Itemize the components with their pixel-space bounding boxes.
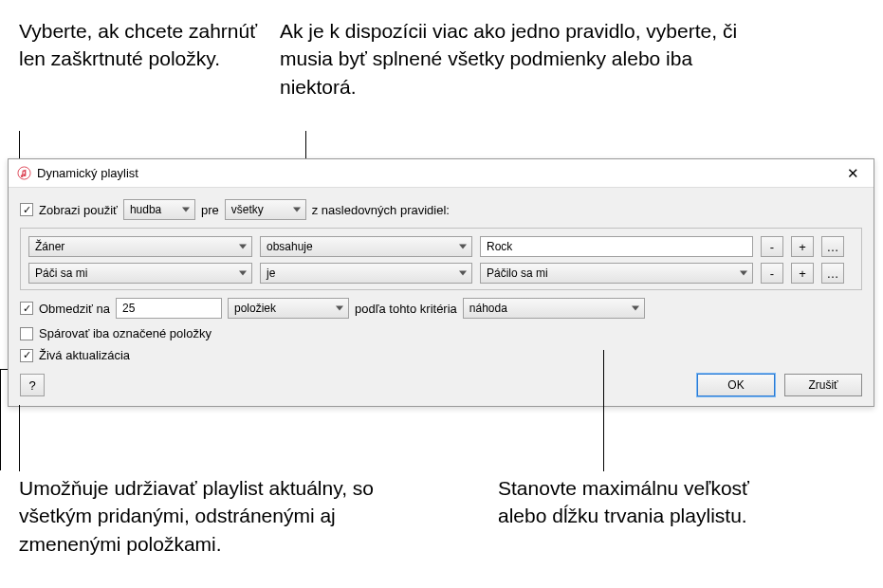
match-only-checked-label: Spárovať iba označené položky xyxy=(39,326,212,340)
callout-line xyxy=(0,369,1,470)
rule-operator-select[interactable]: je xyxy=(260,263,472,284)
match-row: Zobrazi použiť hudba pre všetky z nasled… xyxy=(20,199,862,220)
svg-point-0 xyxy=(17,167,29,179)
callout-line xyxy=(19,405,20,471)
cancel-button[interactable]: Zrušiť xyxy=(784,374,862,396)
remove-rule-button[interactable]: - xyxy=(761,263,783,284)
add-rule-button[interactable]: + xyxy=(791,263,814,284)
callout-line xyxy=(19,131,20,159)
limit-value-text: 25 xyxy=(122,302,135,315)
rule-field-value: Žáner xyxy=(35,240,64,253)
remove-rule-button[interactable]: - xyxy=(761,236,783,257)
limit-criteria-value: náhoda xyxy=(469,302,507,315)
dialog-content: Zobrazi použiť hudba pre všetky z nasled… xyxy=(9,188,874,406)
media-type-select[interactable]: hudba xyxy=(123,199,195,220)
callout-line xyxy=(603,350,604,471)
limit-criteria-select[interactable]: náhoda xyxy=(463,298,645,319)
close-button[interactable]: ✕ xyxy=(839,163,866,184)
live-updating-row: Živá aktualizácia xyxy=(20,348,862,362)
titlebar: Dynamický playlist ✕ xyxy=(9,159,874,188)
limit-by-label: podľa tohto kritéria xyxy=(355,302,457,316)
rule-operator-value: je xyxy=(267,266,275,280)
limit-unit-select[interactable]: položiek xyxy=(228,298,349,319)
limit-unit-value: položiek xyxy=(234,302,276,315)
dialog-footer: ? OK Zrušiť xyxy=(20,374,862,396)
rule-operator-value: obsahuje xyxy=(267,240,313,253)
live-updating-checkbox[interactable] xyxy=(20,349,33,362)
rule-operator-select[interactable]: obsahuje xyxy=(260,236,472,257)
ok-button[interactable]: OK xyxy=(697,374,775,396)
match-checkbox[interactable] xyxy=(20,203,33,216)
limit-checkbox[interactable] xyxy=(20,302,33,315)
match-only-checked-row: Spárovať iba označené položky xyxy=(20,326,862,340)
rule-value-text: Rock xyxy=(487,240,512,253)
rule-value-input[interactable]: Rock xyxy=(480,236,753,257)
rule-field-value: Páči sa mi xyxy=(35,266,87,280)
annotation-match-rule: Ak je k dispozícii viac ako jedno pravid… xyxy=(280,17,754,101)
match-type-value: všetky xyxy=(231,203,264,216)
help-button[interactable]: ? xyxy=(20,374,45,396)
nest-rule-button[interactable]: … xyxy=(821,263,844,284)
rule-row: Žáner obsahuje Rock - + … xyxy=(28,236,854,257)
live-updating-label: Živá aktualizácia xyxy=(39,348,130,362)
app-icon xyxy=(16,166,31,181)
for-label: pre xyxy=(201,203,219,217)
rule-row: Páči sa mi je Páčilo sa mi - + … xyxy=(28,263,854,284)
dialog-title: Dynamický playlist xyxy=(37,166,839,180)
limit-row: Obmedziť na 25 položiek podľa tohto krit… xyxy=(20,298,862,319)
media-type-value: hudba xyxy=(130,203,161,216)
match-type-select[interactable]: všetky xyxy=(225,199,306,220)
nest-rule-button[interactable]: … xyxy=(821,236,844,257)
rule-value-select[interactable]: Páčilo sa mi xyxy=(480,263,753,284)
limit-label: Obmedziť na xyxy=(39,302,110,316)
annotation-limit: Stanovte maximálnu veľkosť alebo dĺžku t… xyxy=(498,474,782,530)
match-suffix: z nasledovných pravidiel: xyxy=(312,203,450,217)
smart-playlist-dialog: Dynamický playlist ✕ Zobrazi použiť hudb… xyxy=(8,158,874,407)
rules-container: Žáner obsahuje Rock - + … Páči sa mi je xyxy=(20,228,862,290)
annotation-live-updating: Umožňuje udržiavať playlist aktuálny, so… xyxy=(19,474,427,558)
add-rule-button[interactable]: + xyxy=(791,236,814,257)
match-only-checked-checkbox[interactable] xyxy=(20,327,33,340)
rule-value-text: Páčilo sa mi xyxy=(487,266,548,280)
rule-field-select[interactable]: Žáner xyxy=(28,236,252,257)
annotation-checked-items: Vyberte, ak chcete zahrnúť len zaškrtnut… xyxy=(19,17,266,73)
match-label: Zobrazi použiť xyxy=(39,203,118,217)
limit-value-input[interactable]: 25 xyxy=(116,298,222,319)
rule-field-select[interactable]: Páči sa mi xyxy=(28,263,252,284)
